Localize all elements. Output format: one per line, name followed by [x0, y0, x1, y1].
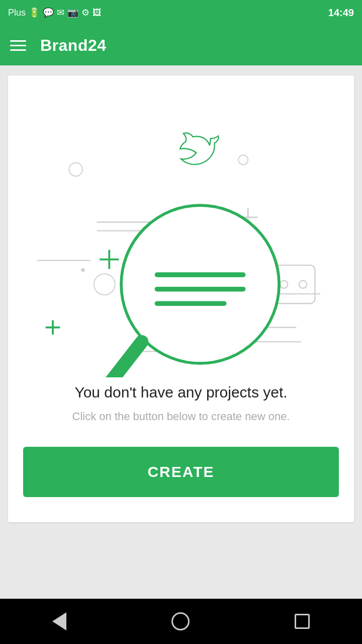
svg-point-4	[81, 268, 85, 272]
hamburger-line-2	[10, 45, 26, 46]
app-bar: Brand24	[0, 25, 362, 65]
svg-point-0	[69, 163, 82, 176]
empty-state-card: You don't have any projects yet. Click o…	[8, 75, 354, 522]
carrier-label: Plus	[8, 8, 26, 18]
hamburger-menu-button[interactable]	[10, 40, 26, 51]
home-button[interactable]	[171, 612, 190, 630]
hamburger-line-3	[10, 49, 26, 51]
camera-icon: 📷	[67, 7, 78, 18]
hamburger-line-1	[10, 40, 26, 42]
settings-icon: ⚙	[81, 7, 89, 18]
svg-line-27	[108, 342, 142, 377]
status-bar-right: 14:49	[328, 7, 354, 19]
create-button[interactable]: CREATE	[23, 447, 339, 497]
empty-state-illustration	[23, 96, 339, 377]
main-content: You don't have any projects yet. Click o…	[0, 65, 362, 599]
email-icon: ✉	[57, 7, 64, 18]
svg-point-2	[94, 274, 115, 295]
back-button[interactable]	[52, 612, 66, 630]
no-projects-subtitle: Click on the button below to create new …	[72, 409, 290, 425]
svg-point-24	[299, 281, 307, 288]
svg-point-23	[280, 281, 288, 288]
illustration-container	[23, 96, 339, 377]
battery-icon: 🔋	[29, 7, 40, 18]
image-icon: 🖼	[93, 8, 102, 18]
app-title: Brand24	[40, 36, 107, 55]
recent-apps-button[interactable]	[295, 614, 310, 629]
nav-bar	[0, 599, 362, 644]
svg-point-1	[238, 155, 248, 165]
message-icon: 💬	[43, 7, 54, 18]
no-projects-title: You don't have any projects yet.	[74, 382, 287, 402]
status-bar: Plus 🔋 💬 ✉ 📷 ⚙ 🖼 14:49	[0, 0, 362, 25]
time-label: 14:49	[328, 7, 354, 18]
status-bar-left: Plus 🔋 💬 ✉ 📷 ⚙ 🖼	[8, 7, 102, 18]
